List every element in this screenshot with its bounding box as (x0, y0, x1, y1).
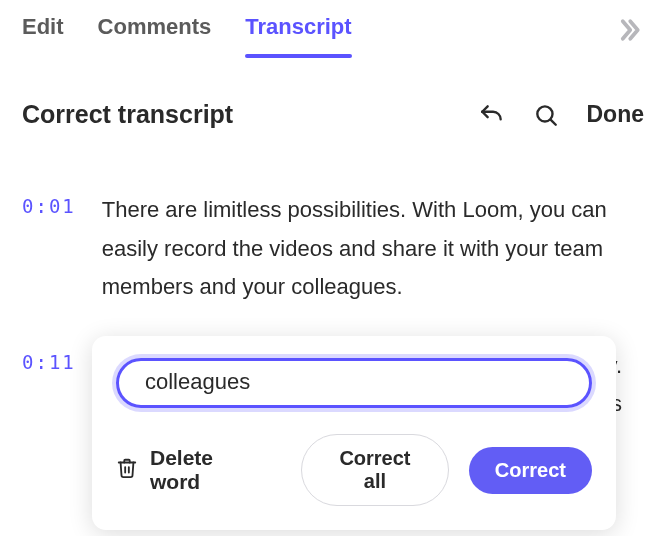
delete-word-label: Delete word (150, 446, 261, 494)
search-icon[interactable] (533, 102, 559, 128)
popover-actions: Delete word Correct all Correct (116, 434, 592, 506)
done-button[interactable]: Done (587, 101, 645, 128)
undo-icon[interactable] (479, 102, 505, 128)
segment-timestamp[interactable]: 0:01 (22, 191, 76, 217)
tab-comments[interactable]: Comments (98, 14, 212, 56)
segment-text[interactable]: There are limitless possibilities. With … (102, 191, 644, 307)
svg-line-1 (550, 119, 555, 124)
transcript-segment: 0:01 There are limitless possibilities. … (22, 191, 644, 307)
tab-transcript[interactable]: Transcript (245, 14, 351, 56)
delete-word-button[interactable]: Delete word (116, 446, 261, 494)
collapse-icon[interactable] (614, 15, 644, 55)
trash-icon (116, 456, 138, 485)
tab-edit[interactable]: Edit (22, 14, 64, 56)
correction-input[interactable] (145, 369, 563, 395)
page-title: Correct transcript (22, 100, 479, 129)
segment-timestamp[interactable]: 0:11 (22, 347, 76, 373)
correction-input-wrap[interactable] (116, 358, 592, 408)
correct-all-button[interactable]: Correct all (301, 434, 449, 506)
correction-popover: Delete word Correct all Correct (92, 336, 616, 530)
toolbar: Correct transcript Done (0, 56, 666, 129)
tabs: Edit Comments Transcript (22, 14, 614, 56)
tabs-row: Edit Comments Transcript (0, 0, 666, 56)
correct-button[interactable]: Correct (469, 447, 592, 494)
